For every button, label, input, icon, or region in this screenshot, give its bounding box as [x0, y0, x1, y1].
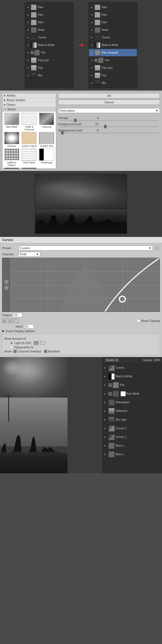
visibility-icon[interactable]: ● — [26, 36, 30, 39]
final-layer-base1[interactable]: ● Base c... — [103, 441, 162, 450]
layer-row[interactable]: ● Fog — [25, 64, 73, 72]
layer-row[interactable]: ● Noise — [89, 26, 137, 34]
filter-category-brush[interactable]: ▶ Brush Strokes — [2, 98, 56, 103]
background-slider-thumb[interactable] — [61, 131, 63, 134]
visibility-icon[interactable]: ● — [90, 5, 94, 9]
final-layer-reflection[interactable]: ● Reflection — [103, 407, 162, 415]
output-value-field[interactable]: 33 — [13, 313, 22, 317]
visibility-icon[interactable]: ● — [26, 51, 30, 55]
visibility-icon[interactable]: ● — [104, 401, 108, 404]
filter-item-note[interactable]: Note Paper — [21, 148, 38, 167]
visibility-icon[interactable]: ● — [26, 66, 30, 70]
layer-row[interactable]: ● Fog copy — [25, 57, 73, 64]
curve-draw-tool-icon[interactable]: ✏ — [4, 285, 9, 290]
show-clipping-checkbox[interactable] — [137, 319, 140, 322]
filter-category-sketch[interactable]: ▼ Sketch — [2, 107, 56, 112]
filter-item-conte[interactable]: Conte Crayon — [21, 132, 38, 147]
filter-item-graphic[interactable]: Graphic Pen — [38, 132, 55, 147]
visibility-icon[interactable]: ● — [104, 418, 108, 421]
layer-row[interactable]: ● Noise — [25, 26, 73, 34]
final-layer-base2[interactable]: ● Base c... — [103, 450, 162, 459]
eyedropper-gray-tool[interactable]: 🖋 — [8, 318, 13, 323]
layer-row[interactable]: ● Sky — [89, 79, 137, 87]
visibility-icon[interactable]: ● — [104, 392, 108, 395]
ok-button[interactable]: OK — [58, 93, 160, 98]
baseline-checkbox[interactable] — [44, 350, 47, 353]
visibility-icon[interactable]: ● — [104, 453, 108, 456]
channel-dropdown[interactable]: RGB ▼ — [19, 252, 40, 257]
final-layer-sky-copy[interactable]: ● Sky copy — [103, 415, 162, 424]
visibility-icon[interactable]: ● — [90, 58, 94, 62]
layer-row[interactable]: ● Rain — [25, 19, 73, 26]
cancel-button[interactable]: Cancel — [58, 100, 160, 105]
layer-row[interactable]: ● Rain — [89, 4, 137, 11]
group-expand-icon[interactable]: ▶ — [94, 59, 97, 62]
final-layer-curves2[interactable]: ● Curves 2 — [103, 424, 162, 433]
final-layer-bw[interactable]: ● Black & White — [103, 372, 162, 381]
foreground-slider-thumb[interactable] — [104, 125, 106, 128]
layer-row[interactable]: ● Rain — [89, 19, 137, 26]
filter-item-halftone[interactable]: Halftone Pattern — [4, 148, 20, 167]
filter-item-photocopy[interactable]: Photocopy — [38, 148, 55, 167]
group-expand-icon[interactable]: ▶ — [31, 51, 33, 54]
visibility-icon[interactable]: ● — [90, 66, 94, 70]
input-value-field[interactable]: 91 — [24, 324, 34, 329]
visibility-icon[interactable]: ● — [26, 5, 30, 9]
visibility-icon[interactable]: ● — [26, 58, 30, 62]
layer-row-selected[interactable]: ● Pier (merged) — [89, 49, 137, 57]
visibility-icon[interactable]: ● — [26, 43, 30, 47]
visibility-icon[interactable]: ● — [26, 28, 30, 32]
preset-dropdown[interactable]: Reticulation ▼ — [58, 108, 160, 113]
layer-row[interactable]: ● ▶ Pier — [89, 57, 137, 64]
visibility-icon[interactable]: ● — [90, 36, 94, 39]
visibility-icon[interactable]: ● — [104, 427, 108, 430]
final-layer-curves1[interactable]: ● Curves 1 — [103, 433, 162, 441]
blend-mode-dropdown[interactable]: Screen ▼ — [104, 358, 120, 362]
final-layer-floor-mask[interactable]: ● ▼ Floor Mask — [103, 389, 162, 398]
preset-dropdown[interactable]: Custom ▼ — [19, 246, 153, 250]
pigment-radio[interactable] — [10, 346, 13, 349]
layer-row[interactable]: ● Sky — [25, 72, 73, 79]
final-layer-reticulation[interactable]: ● Reticulation — [103, 398, 162, 407]
filter-category-distort[interactable]: ▶ Distort — [2, 103, 56, 107]
eyedropper-black-tool[interactable]: 🖋 — [2, 318, 7, 323]
group-expand-icon[interactable]: ▼ — [108, 392, 112, 396]
filter-item-extra2[interactable] — [21, 168, 38, 169]
visibility-icon[interactable]: ● — [90, 13, 94, 17]
filter-category-list[interactable]: ▶ Artistic ▶ Brush Strokes ▶ Distort ▼ S… — [2, 93, 56, 169]
final-layer-curves[interactable]: ● Curves — [103, 364, 162, 372]
visibility-icon[interactable]: ● — [104, 366, 108, 369]
curves-options-button[interactable]: ≡ — [154, 245, 160, 251]
light-radio[interactable] — [10, 342, 13, 344]
filter-item-chrome[interactable]: Chrome — [4, 132, 20, 147]
foreground-slider-track[interactable] — [59, 126, 159, 127]
layer-row[interactable]: ● Black & White — [25, 41, 73, 49]
visibility-icon[interactable]: ● — [90, 74, 94, 77]
density-slider-track[interactable] — [59, 120, 159, 121]
layer-row[interactable]: ● Black & White — [89, 41, 137, 49]
group-expand-icon[interactable]: ▼ — [108, 383, 112, 387]
visibility-icon[interactable]: ● — [104, 444, 108, 447]
layer-row[interactable]: ● Fog copy — [89, 64, 137, 72]
layer-row[interactable]: ● Fog — [89, 72, 137, 79]
visibility-icon[interactable]: ● — [104, 435, 108, 438]
visibility-icon[interactable]: ● — [104, 384, 108, 387]
filter-category-artistic[interactable]: ▶ Artistic — [2, 93, 56, 98]
curve-point-tool-icon[interactable]: ✦ — [4, 279, 9, 284]
layer-row[interactable]: ● Rain — [25, 4, 73, 11]
visibility-icon[interactable]: ● — [104, 409, 108, 412]
filter-item-bas-relief[interactable]: Bas Relief — [4, 113, 20, 131]
filter-item-extra1[interactable] — [4, 168, 20, 169]
curve-display-options-toggle[interactable]: ▶ Curve Display Options — [2, 329, 160, 333]
visibility-icon[interactable]: ● — [90, 21, 94, 24]
filter-item-charcoal[interactable]: Charcoal — [38, 113, 55, 131]
layer-row[interactable]: ● Rain — [89, 11, 137, 19]
visibility-icon[interactable]: ● — [26, 13, 30, 17]
density-slider-thumb[interactable] — [74, 119, 76, 122]
layer-row[interactable]: ● ~ Curves — [89, 34, 137, 41]
curves-graph[interactable] — [11, 258, 160, 312]
layer-row[interactable]: ● ~ Curves — [25, 34, 73, 41]
visibility-icon[interactable]: ● — [26, 21, 30, 24]
visibility-icon[interactable]: ● — [90, 43, 94, 47]
final-layer-pier[interactable]: ● ▼ Pier — [103, 381, 162, 389]
